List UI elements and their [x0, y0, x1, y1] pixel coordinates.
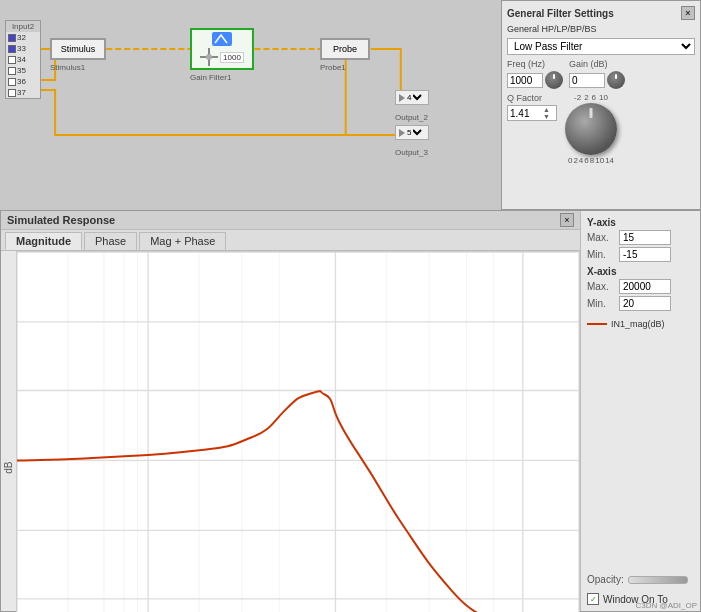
input-row-0: 32 [6, 32, 40, 43]
gain-input[interactable] [569, 73, 605, 88]
legend-row: IN1_mag(dB) [587, 319, 694, 329]
q-factor-section: Q Factor ▲ ▼ -2 2 6 10 0 [507, 93, 695, 165]
output3-select[interactable]: ▼ [413, 127, 425, 138]
opacity-slider[interactable] [628, 576, 688, 584]
chart-svg: 15 10 5 0 -5 -10 -15 20 100 1000 10000 [17, 252, 579, 612]
filter-panel-title: General Filter Settings × [507, 6, 695, 20]
big-knob[interactable] [565, 103, 617, 155]
x-min-label: Min. [587, 298, 615, 309]
output2-select[interactable]: ▼ [413, 92, 425, 103]
output2-triangle [399, 94, 405, 102]
freq-knob[interactable] [545, 71, 563, 89]
input-num-1: 33 [17, 44, 26, 53]
legend-line [587, 323, 607, 325]
x-max-input[interactable] [619, 279, 671, 294]
freq-input[interactable] [507, 73, 543, 88]
knob-scale-bottom: 0 2 4 6 8 10 14 [568, 156, 614, 165]
y-axis-label: dB [1, 251, 16, 612]
response-close[interactable]: × [560, 213, 574, 227]
gain-filter-label: Gain Filter1 [190, 73, 231, 82]
input-check-2[interactable] [8, 56, 16, 64]
output3-val: 5 [407, 128, 411, 137]
input-check-3[interactable] [8, 67, 16, 75]
gain-filter-box[interactable]: 1000 [190, 28, 254, 70]
knob-scale-top: -2 2 6 10 [574, 93, 608, 102]
gain-filter-inner: 1000 [200, 32, 244, 66]
q-decrement[interactable]: ▼ [542, 113, 551, 120]
input-check-0[interactable] [8, 34, 16, 42]
y-max-row: Max. [587, 230, 694, 245]
y-min-row: Min. [587, 247, 694, 262]
input-row-4: 36 [6, 76, 40, 87]
input-check-4[interactable] [8, 78, 16, 86]
opacity-row: Opacity: [587, 574, 694, 585]
chart-wrapper: 15 10 5 0 -5 -10 -15 20 100 1000 10000 [16, 251, 580, 612]
gain-filter-num: 1000 [220, 52, 244, 63]
input-panel: Input2 32 33 34 35 36 [5, 20, 41, 99]
top-section: Input2 32 33 34 35 36 [0, 0, 701, 210]
output3-triangle [399, 129, 405, 137]
filter-panel-close[interactable]: × [681, 6, 695, 20]
output3-box[interactable]: 5 ▼ [395, 125, 429, 140]
filter-type-label: General HP/LP/BP/BS [507, 24, 597, 34]
legend-text: IN1_mag(dB) [611, 319, 665, 329]
freq-group: Freq (Hz) [507, 59, 563, 89]
input-num-2: 34 [17, 55, 26, 64]
filter-type-select[interactable]: Low Pass Filter High Pass Filter Band Pa… [507, 38, 695, 55]
bottom-section: Simulated Response × Magnitude Phase Mag… [0, 210, 701, 612]
q-increment[interactable]: ▲ [542, 106, 551, 113]
input-num-4: 36 [17, 77, 26, 86]
x-axis-group: X-axis Max. Min. [587, 266, 694, 311]
output2-val: 4 [407, 93, 411, 102]
input-row-5: 37 [6, 87, 40, 98]
input-check-5[interactable] [8, 89, 16, 97]
x-min-row: Min. [587, 296, 694, 311]
stimulus-sublabel: Stimulus1 [50, 63, 85, 72]
chart-container: dB [1, 251, 580, 612]
circuit-area: Input2 32 33 34 35 36 [0, 0, 501, 210]
q-spin-buttons: ▲ ▼ [542, 106, 551, 120]
tab-phase[interactable]: Phase [84, 232, 137, 250]
svg-rect-0 [17, 252, 579, 612]
response-title-bar: Simulated Response × [1, 211, 580, 230]
probe-box[interactable]: Probe [320, 38, 370, 60]
y-max-input[interactable] [619, 230, 671, 245]
tab-mag-phase[interactable]: Mag + Phase [139, 232, 226, 250]
input-num-0: 32 [17, 33, 26, 42]
q-input-spin[interactable]: ▲ ▼ [507, 105, 557, 121]
output2-label: Output_2 [395, 113, 428, 122]
y-axis-group-title: Y-axis [587, 217, 694, 228]
tab-magnitude[interactable]: Magnitude [5, 232, 82, 250]
x-axis-group-title: X-axis [587, 266, 694, 277]
y-axis-group: Y-axis Max. Min. [587, 217, 694, 262]
probe-label: Probe [333, 44, 357, 54]
freq-input-row [507, 71, 563, 89]
x-min-input[interactable] [619, 296, 671, 311]
settings-side: Y-axis Max. Min. X-axis Max. Min. I [580, 211, 700, 611]
y-min-label: Min. [587, 249, 615, 260]
probe-sublabel: Probe1 [320, 63, 346, 72]
input-check-1[interactable] [8, 45, 16, 53]
y-min-input[interactable] [619, 247, 671, 262]
output2-box[interactable]: 4 ▼ [395, 90, 429, 105]
input-row-3: 35 [6, 65, 40, 76]
freq-label: Freq (Hz) [507, 59, 563, 69]
crosshair-icon [200, 48, 218, 66]
input-num-3: 35 [17, 66, 26, 75]
gain-knob[interactable] [607, 71, 625, 89]
filter-panel-title-text: General Filter Settings [507, 8, 614, 19]
input-row-1: 33 [6, 43, 40, 54]
input-label: Input2 [8, 22, 38, 31]
gain-input-row [569, 71, 625, 89]
q-label-input: Q Factor ▲ ▼ [507, 93, 557, 121]
filter-select-row: Low Pass Filter High Pass Filter Band Pa… [507, 38, 695, 55]
gain-icon-svg [213, 33, 231, 45]
filter-type-row: General HP/LP/BP/BS [507, 24, 695, 34]
x-max-label: Max. [587, 281, 615, 292]
q-input[interactable] [508, 107, 542, 120]
window-on-to-checkbox[interactable]: ✓ [587, 593, 599, 605]
input-num-5: 37 [17, 88, 26, 97]
gain-label: Gain (dB) [569, 59, 625, 69]
stimulus-box[interactable]: Stimulus [50, 38, 106, 60]
close-icon: × [685, 8, 690, 18]
